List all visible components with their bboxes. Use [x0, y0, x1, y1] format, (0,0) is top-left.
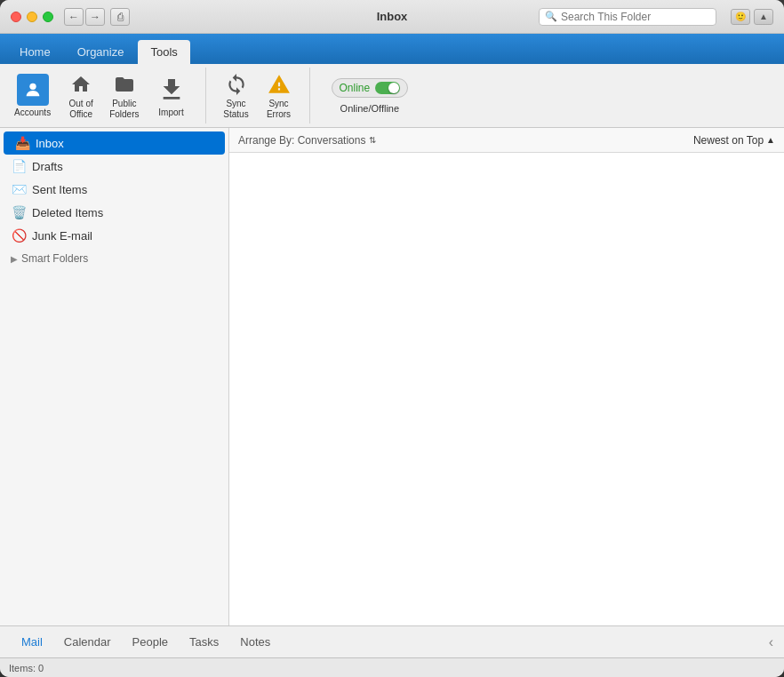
- accounts-label: Accounts: [14, 108, 51, 118]
- out-of-office-button[interactable]: Out ofOffice: [61, 68, 100, 123]
- smart-folders-label: Smart Folders: [21, 252, 88, 265]
- folder-label-inbox: Inbox: [36, 137, 64, 150]
- sync-status-label: SyncStatus: [223, 99, 248, 120]
- online-offline-label: Online/Offline: [340, 103, 399, 114]
- smart-folders-chevron: ▶: [11, 254, 18, 264]
- search-icon: 🔍: [545, 11, 557, 22]
- sync-status-button[interactable]: SyncStatus: [217, 68, 256, 123]
- folder-list: 📥 Inbox 📄 Drafts ✉️ Sent Items 🗑️ Delete…: [0, 128, 228, 625]
- bottom-nav: Mail Calendar People Tasks Notes ‹: [0, 625, 784, 657]
- folder-item-inbox[interactable]: 📥 Inbox: [4, 131, 225, 155]
- arrange-bar: Arrange By: Conversations ⇅ Newest on To…: [229, 128, 784, 153]
- out-of-office-label: Out ofOffice: [69, 99, 93, 120]
- deleted-icon: 🗑️: [11, 205, 27, 219]
- search-input[interactable]: [561, 11, 710, 23]
- close-button[interactable]: [11, 12, 21, 22]
- arrange-by-selector[interactable]: Arrange By: Conversations ⇅: [238, 134, 376, 147]
- inbox-icon: 📥: [14, 136, 30, 150]
- history-buttons: ← →: [64, 8, 105, 26]
- forward-button[interactable]: →: [85, 8, 105, 26]
- smiley-button[interactable]: 🙂: [731, 9, 750, 25]
- ribbon: Accounts Out ofOffice PublicFolders: [0, 64, 784, 128]
- folder-item-junk[interactable]: 🚫 Junk E-mail: [0, 224, 228, 247]
- accounts-icon: [17, 74, 49, 106]
- junk-icon: 🚫: [11, 228, 27, 243]
- window-controls: 🙂 ▲: [731, 9, 773, 25]
- sync-errors-icon: [267, 72, 292, 97]
- ribbon-group-1: Accounts Out ofOffice PublicFolders: [7, 68, 206, 123]
- nav-tab-mail[interactable]: Mail: [11, 630, 53, 654]
- online-toggle[interactable]: Online: [332, 78, 409, 98]
- window-title: Inbox: [377, 10, 408, 23]
- svg-point-0: [29, 83, 36, 89]
- sidebar: 📥 Inbox 📄 Drafts ✉️ Sent Items 🗑️ Delete…: [0, 128, 229, 625]
- sync-errors-button[interactable]: SyncErrors: [260, 68, 299, 123]
- ribbon-tabs: Home Organize Tools: [0, 34, 784, 64]
- online-offline-group: Online Online/Offline: [321, 75, 420, 117]
- drafts-icon: 📄: [11, 159, 27, 173]
- sent-icon: ✉️: [11, 182, 27, 196]
- sync-errors-label: SyncErrors: [267, 99, 291, 120]
- nav-tab-people[interactable]: People: [122, 630, 179, 654]
- minimize-button[interactable]: [27, 12, 37, 22]
- out-of-office-icon: [68, 72, 93, 97]
- tab-organize[interactable]: Organize: [65, 40, 137, 64]
- traffic-lights: [11, 12, 53, 22]
- status-text: Items: 0: [9, 663, 44, 673]
- sort-order-selector[interactable]: Newest on Top ▲: [693, 134, 775, 147]
- search-bar[interactable]: 🔍: [539, 8, 716, 26]
- smart-folders-header[interactable]: ▶ Smart Folders: [0, 247, 228, 270]
- back-button[interactable]: ←: [64, 8, 84, 26]
- arrange-by-label: Arrange By: Conversations: [238, 134, 365, 147]
- sort-label: Newest on Top: [693, 134, 764, 147]
- folder-label-sent: Sent Items: [32, 183, 87, 196]
- nav-tab-calendar[interactable]: Calendar: [53, 630, 122, 654]
- arrange-by-chevron: ⇅: [369, 135, 376, 145]
- nav-tab-notes[interactable]: Notes: [229, 630, 281, 654]
- import-button[interactable]: Import: [148, 70, 195, 122]
- folder-item-drafts[interactable]: 📄 Drafts: [0, 155, 228, 178]
- folder-label-junk: Junk E-mail: [32, 229, 92, 243]
- accounts-button[interactable]: Accounts: [7, 70, 58, 122]
- nav-tab-tasks[interactable]: Tasks: [179, 630, 229, 654]
- main-window: ← → ⎙ Inbox 🔍 🙂 ▲ Home Organize Tools: [0, 0, 784, 677]
- folder-label-deleted: Deleted Items: [32, 206, 103, 219]
- title-bar: ← → ⎙ Inbox 🔍 🙂 ▲: [0, 0, 784, 34]
- import-icon: [156, 74, 188, 106]
- tab-tools[interactable]: Tools: [138, 40, 189, 64]
- maximize-button[interactable]: [43, 12, 53, 22]
- folder-item-sent[interactable]: ✉️ Sent Items: [0, 178, 228, 201]
- folder-item-deleted[interactable]: 🗑️ Deleted Items: [0, 201, 228, 224]
- print-button[interactable]: ⎙: [110, 8, 130, 26]
- toggle-switch[interactable]: [375, 82, 400, 94]
- folder-label-drafts: Drafts: [32, 160, 63, 173]
- public-folders-label: PublicFolders: [109, 99, 139, 120]
- import-label: Import: [158, 108, 183, 118]
- ribbon-group-2: SyncStatus SyncErrors: [217, 68, 310, 123]
- content-area: Arrange By: Conversations ⇅ Newest on To…: [229, 128, 784, 625]
- title-bar-right: 🔍 🙂 ▲: [539, 8, 773, 26]
- nav-collapse-button[interactable]: ‹: [769, 634, 773, 650]
- email-list: [229, 153, 784, 625]
- public-folders-icon: [112, 72, 137, 97]
- tab-home[interactable]: Home: [7, 40, 63, 64]
- status-bar: Items: 0: [0, 657, 784, 677]
- sort-arrow: ▲: [766, 135, 775, 145]
- online-label: Online: [340, 82, 371, 94]
- collapse-button[interactable]: ▲: [754, 9, 773, 25]
- main-layout: 📥 Inbox 📄 Drafts ✉️ Sent Items 🗑️ Delete…: [0, 128, 784, 625]
- sync-status-icon: [224, 72, 249, 97]
- public-folders-button[interactable]: PublicFolders: [104, 68, 144, 123]
